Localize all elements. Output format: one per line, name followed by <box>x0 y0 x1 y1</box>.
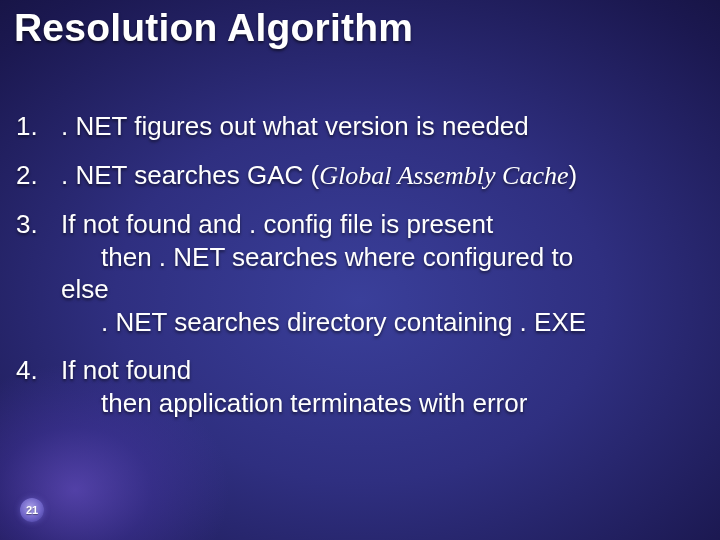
list-item: 3. If not found and . config file is pre… <box>16 208 704 338</box>
list-item: 2. . NET searches GAC (Global Assembly C… <box>16 159 704 193</box>
item-text-italic: Global Assembly Cache <box>319 161 568 190</box>
item-number: 2. <box>16 159 61 192</box>
item-number: 3. <box>16 208 61 241</box>
item-text: . NET figures out what version is needed <box>61 110 704 143</box>
list-item: 1. . NET figures out what version is nee… <box>16 110 704 143</box>
line-indent: then application terminates with error <box>61 387 704 420</box>
item-text: If not found then application terminates… <box>61 354 704 419</box>
item-number: 1. <box>16 110 61 143</box>
item-text: If not found and . config file is presen… <box>61 208 704 338</box>
page-number: 21 <box>26 504 38 516</box>
item-text-prefix: . NET searches GAC ( <box>61 160 319 190</box>
line-indent: then . NET searches where configured to <box>61 241 704 274</box>
line-indent: . NET searches directory containing . EX… <box>61 306 704 339</box>
item-text: . NET searches GAC (Global Assembly Cach… <box>61 159 704 193</box>
slide-title: Resolution Algorithm <box>14 6 413 50</box>
numbered-list: 1. . NET figures out what version is nee… <box>16 110 704 435</box>
page-number-badge: 21 <box>20 498 44 522</box>
list-item: 4. If not found then application termina… <box>16 354 704 419</box>
slide: Resolution Algorithm 1. . NET figures ou… <box>0 0 720 540</box>
item-number: 4. <box>16 354 61 387</box>
item-text-suffix: ) <box>569 160 578 190</box>
line: else <box>61 274 109 304</box>
line: If not found and . config file is presen… <box>61 209 493 239</box>
line: If not found <box>61 355 191 385</box>
